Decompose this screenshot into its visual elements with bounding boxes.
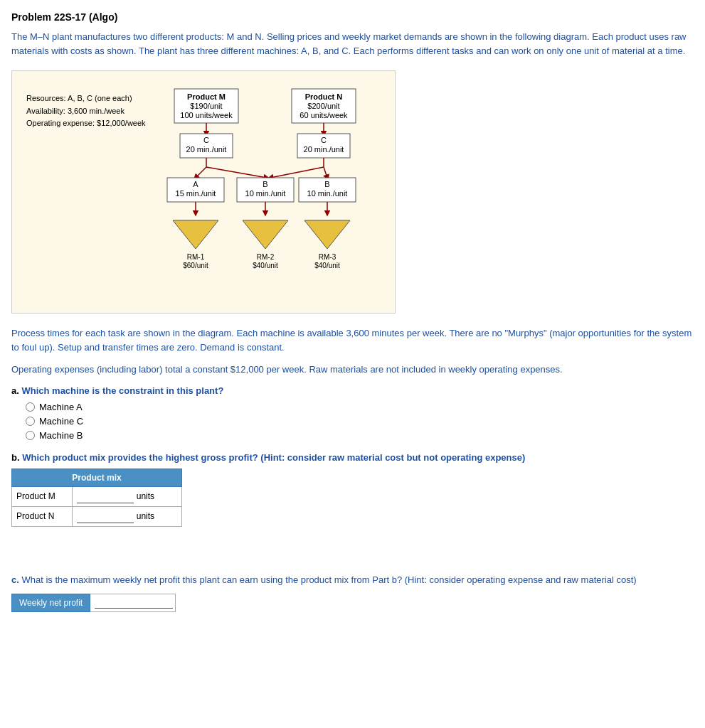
svg-line-21 xyxy=(324,167,327,178)
weekly-profit-input[interactable] xyxy=(95,598,173,609)
radio-machine-c-input[interactable] xyxy=(26,417,35,426)
svg-line-18 xyxy=(206,167,267,178)
product-m-input[interactable] xyxy=(77,490,134,503)
svg-text:RM-2: RM-2 xyxy=(257,253,275,261)
svg-text:RM-3: RM-3 xyxy=(319,253,336,261)
product-mix-header: Product mix xyxy=(12,469,182,486)
svg-text:A: A xyxy=(193,180,198,188)
part-c-letter: c. xyxy=(11,574,19,585)
part-a-question: Which machine is the constraint in this … xyxy=(21,385,223,396)
svg-text:10 min./unit: 10 min./unit xyxy=(307,189,348,198)
part-c-text: c. What is the maximum weekly net profit… xyxy=(11,573,694,587)
radio-machine-b-label: Machine B xyxy=(39,430,83,441)
svg-text:Product M: Product M xyxy=(187,92,226,101)
svg-text:$60/unit: $60/unit xyxy=(183,262,208,269)
radio-machine-c[interactable]: Machine C xyxy=(26,416,694,427)
problem-title: Problem 22S-17 (Algo) xyxy=(11,11,694,23)
intro-text: The M–N plant manufactures two different… xyxy=(11,30,694,58)
svg-text:B: B xyxy=(324,180,329,188)
svg-line-20 xyxy=(270,167,324,178)
svg-text:C: C xyxy=(321,136,327,144)
part-b-question: Which product mix provides the highest g… xyxy=(22,452,525,463)
operating-text: Operating expenses (including labor) tot… xyxy=(11,363,694,377)
radio-machine-b[interactable]: Machine B xyxy=(26,430,694,441)
svg-text:20 min./unit: 20 min./unit xyxy=(186,145,227,154)
product-n-input[interactable] xyxy=(77,510,134,523)
product-m-label: Product M xyxy=(12,486,73,506)
part-b-label: b. Which product mix provides the highes… xyxy=(11,452,694,463)
svg-text:Product N: Product N xyxy=(305,92,343,101)
table-row: Product M units xyxy=(12,486,182,506)
svg-marker-34 xyxy=(173,220,218,249)
product-m-cell: units xyxy=(73,486,182,506)
svg-text:$200/unit: $200/unit xyxy=(307,102,339,110)
resources-label: Resources: A, B, C (one each) xyxy=(26,92,153,105)
table-row: Product N units xyxy=(12,506,182,526)
radio-machine-a[interactable]: Machine A xyxy=(26,402,694,412)
product-n-label: Product N xyxy=(12,506,73,526)
product-m-units: units xyxy=(137,491,154,501)
radio-machine-c-label: Machine C xyxy=(39,416,83,427)
svg-text:20 min./unit: 20 min./unit xyxy=(304,145,344,154)
part-a-options: Machine A Machine C Machine B xyxy=(26,402,694,441)
diagram-right: Product M $190/unit 100 units/week Produ… xyxy=(153,85,381,299)
weekly-profit-row: Weekly net profit xyxy=(11,594,694,612)
radio-machine-a-input[interactable] xyxy=(26,402,35,412)
part-a-label: a. Which machine is the constraint in th… xyxy=(11,385,694,396)
operating-expense-label: Operating expense: $12,000/week xyxy=(26,117,153,130)
availability-label: Availability: 3,600 min./week xyxy=(26,105,153,118)
part-c-question: What is the maximum weekly net profit th… xyxy=(21,574,636,585)
svg-text:$40/unit: $40/unit xyxy=(314,262,340,269)
part-b-letter: b. xyxy=(11,452,20,463)
svg-line-17 xyxy=(196,167,206,178)
weekly-profit-label: Weekly net profit xyxy=(11,594,90,612)
product-mix-table: Product mix Product M units Product N un… xyxy=(11,469,182,527)
part-a-letter: a. xyxy=(11,385,19,396)
radio-machine-b-input[interactable] xyxy=(26,431,35,440)
svg-text:RM-1: RM-1 xyxy=(187,253,205,261)
diagram-svg: Product M $190/unit 100 units/week Produ… xyxy=(153,85,381,299)
svg-text:C: C xyxy=(203,136,209,144)
product-n-cell: units xyxy=(73,506,182,526)
svg-text:15 min./unit: 15 min./unit xyxy=(176,189,216,198)
product-n-units: units xyxy=(137,511,154,521)
svg-text:60 units/week: 60 units/week xyxy=(300,111,348,119)
diagram-container: Resources: A, B, C (one each) Availabili… xyxy=(11,70,396,314)
svg-text:100 units/week: 100 units/week xyxy=(180,111,233,119)
svg-text:$40/unit: $40/unit xyxy=(253,262,278,269)
svg-marker-37 xyxy=(243,220,288,249)
radio-machine-a-label: Machine A xyxy=(39,402,83,412)
svg-text:B: B xyxy=(263,180,267,188)
diagram-resources: Resources: A, B, C (one each) Availabili… xyxy=(26,85,153,299)
process-text: Process times for each task are shown in… xyxy=(11,326,694,354)
svg-text:10 min./unit: 10 min./unit xyxy=(245,189,286,198)
weekly-profit-cell xyxy=(90,594,176,612)
svg-text:$190/unit: $190/unit xyxy=(190,102,222,110)
svg-marker-40 xyxy=(304,220,350,249)
